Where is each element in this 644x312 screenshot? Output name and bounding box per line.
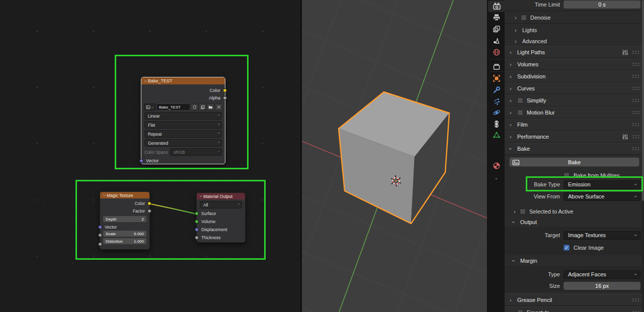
socket-factor-output[interactable] [147,209,151,213]
node-header[interactable]: Bake_TEST [141,77,225,84]
node-header[interactable]: Material Output [197,193,245,199]
socket-color-output[interactable] [223,88,227,92]
panel-performance[interactable]: Performance [505,131,644,143]
presets-icon[interactable] [621,133,629,141]
collapse-chevron-icon[interactable] [200,194,201,198]
socket-scale-input[interactable] [98,233,102,237]
tab-modifier-properties[interactable] [488,84,505,95]
tab-world-properties[interactable] [488,46,505,58]
time-limit-field[interactable]: 0 s [564,1,640,9]
tab-object-properties[interactable] [488,72,505,84]
bake-type-dropdown[interactable]: Emission [564,180,640,189]
cube-object[interactable] [339,92,449,224]
margin-type-dropdown[interactable]: Adjacent Faces [564,270,640,279]
chevron-down-icon[interactable]: ⌄ [488,175,505,180]
bake-button[interactable]: Bake [509,157,639,167]
tab-object-data-properties[interactable] [488,129,505,141]
tab-scene-properties[interactable] [488,35,505,46]
tab-collection-properties[interactable] [488,61,505,72]
panel-motion-blur[interactable]: Motion Blur [505,107,644,119]
color-space-dropdown[interactable]: sRGB [170,148,222,156]
drag-grip-icon[interactable] [632,135,640,139]
expand-chevron-icon[interactable] [515,38,519,44]
socket-displacement-input[interactable] [195,228,199,232]
unlink-image-button[interactable] [215,103,222,111]
node-header[interactable]: Magic Texture [100,192,149,198]
margin-size-field[interactable]: 16 px [564,282,640,290]
subpanel-margin[interactable]: Margin [513,257,537,265]
expand-chevron-icon[interactable] [514,209,518,215]
tab-view-layer-properties[interactable] [488,23,505,35]
drag-grip-icon[interactable] [632,62,640,66]
projection-dropdown[interactable]: Flat [144,121,222,129]
open-image-button[interactable] [207,103,214,111]
drag-grip-icon[interactable] [632,86,640,90]
node-material-output[interactable]: Material Output All Surface Volume Displ… [196,192,246,243]
interpolation-dropdown[interactable]: Linear [144,112,222,120]
drag-grip-icon[interactable] [632,147,640,151]
socket-vector-input[interactable] [98,225,102,229]
fake-user-shield-button[interactable] [191,103,198,111]
shader-node-editor[interactable]: Bake_TEST Color Alpha ⌄ Bake_TEST [0,0,300,312]
drag-grip-icon[interactable] [632,111,640,115]
source-dropdown[interactable]: Generated [144,139,222,147]
socket-surface-input[interactable] [195,212,199,216]
socket-color-output[interactable] [147,201,151,205]
tab-material-properties[interactable] [488,160,505,171]
drag-grip-icon[interactable] [632,98,640,102]
panel-grease-pencil[interactable]: Grease Pencil [505,294,644,306]
output-target-dropdown[interactable]: All [200,201,242,209]
image-name-field[interactable]: Bake_TEST [156,103,190,111]
drag-grip-icon[interactable] [632,74,640,78]
image-browse-dropdown[interactable]: ⌄ [144,103,156,111]
scale-field[interactable]: Scale 5.000 [103,231,146,237]
tab-physics-properties[interactable] [488,107,505,118]
socket-distortion-input[interactable] [98,242,102,246]
panel-light-paths[interactable]: Light Paths [505,46,644,58]
tab-output-properties[interactable] [488,12,505,23]
scrollbar-thumb[interactable] [642,0,644,201]
distortion-field[interactable]: Distortion 1.000 [103,238,146,244]
drag-grip-icon[interactable] [632,123,640,127]
expand-chevron-icon[interactable] [515,27,519,33]
simplify-checkbox[interactable] [517,97,523,103]
node-magic-texture[interactable]: Magic Texture Color Factor Depth 2 Vecto… [100,191,150,250]
panel-freestyle[interactable]: Freestyle [505,306,644,312]
scene-icon [493,37,501,45]
socket-volume-input[interactable] [195,220,199,224]
clear-image-checkbox[interactable] [564,245,570,251]
panel-bake[interactable]: Bake [505,143,644,155]
tab-render-properties[interactable] [488,1,505,12]
tab-particle-properties[interactable] [488,95,505,107]
subpanel-output[interactable]: Output [513,218,537,226]
panel-simplify[interactable]: Simplify [505,94,644,107]
socket-thickness-input[interactable] [195,236,199,240]
node-image-texture[interactable]: Bake_TEST Color Alpha ⌄ Bake_TEST [141,77,225,164]
tab-constraint-properties[interactable] [488,118,505,130]
denoise-checkbox[interactable] [521,15,527,21]
collapse-chevron-icon[interactable] [103,193,105,197]
collapse-chevron-icon [513,219,517,225]
motion-blur-checkbox[interactable] [517,110,523,116]
depth-field[interactable]: Depth 2 [103,216,146,222]
extension-dropdown[interactable]: Repeat [144,130,222,138]
view-from-dropdown[interactable]: Above Surface [564,192,640,201]
panel-subdivision[interactable]: Subdivision [505,70,644,82]
panel-volumes[interactable]: Volumes [505,58,644,70]
socket-vector-input[interactable] [139,159,143,163]
socket-alpha-output[interactable] [223,96,227,100]
drag-grip-icon[interactable] [632,298,640,302]
scrollbar[interactable] [642,0,644,312]
collapse-chevron-icon[interactable] [144,79,146,83]
expand-chevron-icon[interactable] [515,15,519,21]
selected-to-active-checkbox[interactable] [520,209,526,215]
drag-grip-icon[interactable] [632,50,640,54]
new-image-button[interactable] [199,103,206,111]
bake-from-multires-checkbox[interactable] [564,172,570,178]
3d-viewport[interactable] [302,0,487,312]
panel-curves[interactable]: Curves [505,82,644,94]
target-dropdown[interactable]: Image Textures [564,231,640,240]
freestyle-checkbox[interactable] [517,309,523,312]
panel-film[interactable]: Film [505,119,644,131]
presets-icon[interactable] [621,49,629,56]
